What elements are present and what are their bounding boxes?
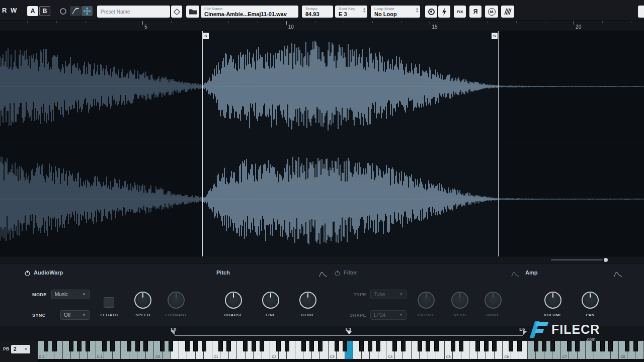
- piano-key-black[interactable]: [193, 341, 198, 351]
- root-key-marker-icon[interactable]: [347, 331, 352, 334]
- coarse-knob[interactable]: [225, 292, 242, 309]
- filter-type-dropdown[interactable]: Tube ▼: [370, 290, 407, 299]
- piano-key-black[interactable]: [309, 341, 314, 351]
- key-range-line[interactable]: [175, 335, 523, 336]
- compare-b-button[interactable]: B: [39, 6, 50, 16]
- load-file-button[interactable]: [186, 6, 199, 18]
- piano-keyboard[interactable]: C-2C-1C0C1C2C3C4C5C6C7C8: [0, 341, 644, 359]
- piano-key-black[interactable]: [110, 341, 115, 351]
- piano-key-black[interactable]: [218, 341, 223, 351]
- piano-key-black[interactable]: [550, 341, 555, 351]
- filter-shape-dropdown[interactable]: LP24 ▼: [370, 310, 407, 320]
- volume-knob[interactable]: [544, 292, 561, 309]
- piano-key-black[interactable]: [169, 341, 173, 351]
- piano-key-black[interactable]: [260, 341, 264, 351]
- key-range-left-handle[interactable]: [171, 331, 175, 335]
- formant-knob[interactable]: [168, 292, 185, 309]
- filter-power-icon[interactable]: [334, 269, 341, 279]
- zoom-slider-handle[interactable]: [604, 258, 608, 262]
- piano-key-black[interactable]: [633, 341, 638, 351]
- piano-key-black[interactable]: [77, 341, 82, 351]
- piano-key-black[interactable]: [542, 341, 546, 351]
- envelope-mode-button[interactable]: [70, 6, 81, 16]
- piano-key-black[interactable]: [102, 341, 107, 351]
- sample-end-flag[interactable]: S: [492, 33, 498, 39]
- compare-a-button[interactable]: A: [27, 6, 38, 16]
- piano-key-black[interactable]: [368, 341, 372, 351]
- piano-key-black[interactable]: [52, 341, 57, 351]
- root-key-field[interactable]: Root Key E 3 ▲▼: [335, 6, 367, 18]
- filter-envelope-icon[interactable]: [511, 270, 520, 279]
- piano-key-black[interactable]: [343, 341, 347, 351]
- piano-key-black[interactable]: [143, 341, 148, 351]
- sample-end-marker[interactable]: [498, 31, 499, 256]
- piano-key-black[interactable]: [376, 341, 380, 351]
- key-range-right-handle[interactable]: [523, 331, 527, 335]
- piano-key-black[interactable]: [226, 341, 231, 351]
- piano-key-black[interactable]: [567, 341, 572, 351]
- sample-start-flag[interactable]: S: [203, 33, 209, 39]
- piano-key-black[interactable]: [459, 341, 463, 351]
- piano-key-black[interactable]: [492, 341, 497, 351]
- quick-control-button[interactable]: [438, 6, 450, 18]
- fixed-pitch-button[interactable]: FIX: [454, 6, 466, 18]
- piano-key-black[interactable]: [285, 341, 289, 351]
- piano-key-black[interactable]: [534, 341, 538, 351]
- pan-knob[interactable]: [582, 292, 599, 309]
- piano-key-black[interactable]: [509, 341, 513, 351]
- piano-key-black[interactable]: [418, 341, 422, 351]
- mode-dropdown[interactable]: Music ▼: [51, 290, 90, 299]
- preset-name-field[interactable]: Preset Name: [97, 6, 170, 18]
- piano-key-black[interactable]: [600, 341, 605, 351]
- piano-key-black[interactable]: [335, 341, 339, 351]
- amp-envelope-icon[interactable]: [614, 270, 622, 279]
- loop-mode-spinner[interactable]: ▲▼: [416, 7, 419, 13]
- tempo-field[interactable]: Tempo 84.93: [302, 6, 333, 18]
- sample-start-marker[interactable]: [202, 31, 203, 256]
- piano-key-black[interactable]: [451, 341, 455, 351]
- piano-key-black[interactable]: [517, 341, 522, 351]
- piano-key-black[interactable]: [160, 341, 165, 351]
- piano-key-black[interactable]: [301, 341, 306, 351]
- piano-key-black[interactable]: [202, 341, 206, 351]
- piano-key-black[interactable]: [318, 341, 323, 351]
- piano-key-black[interactable]: [69, 341, 73, 351]
- piano-key-black[interactable]: [252, 341, 256, 351]
- piano-key-black[interactable]: [575, 341, 580, 351]
- record-button[interactable]: [425, 6, 437, 18]
- toolbar-overflow-button[interactable]: [638, 6, 644, 18]
- pitchbend-dropdown[interactable]: 2 ▼: [11, 345, 30, 353]
- loop-mode-field[interactable]: Loop Mode No Loop ▲▼: [371, 6, 420, 18]
- piano-key-black[interactable]: [86, 341, 90, 351]
- piano-key-black[interactable]: [434, 341, 439, 351]
- piano-key-black[interactable]: [608, 341, 613, 351]
- reverse-button[interactable]: Я: [469, 6, 481, 18]
- legato-button[interactable]: [104, 297, 114, 308]
- piano-key-black[interactable]: [392, 341, 397, 351]
- piano-key-black[interactable]: [592, 341, 596, 351]
- preset-browser-button[interactable]: [171, 6, 182, 18]
- piano-key-black[interactable]: [44, 341, 48, 351]
- fine-knob[interactable]: [262, 292, 279, 309]
- piano-key-black[interactable]: [185, 341, 190, 351]
- timeline-ruler[interactable]: 5101520: [0, 21, 644, 31]
- zoom-slider-track[interactable]: [551, 259, 603, 260]
- audiowarp-power-icon[interactable]: [24, 269, 31, 279]
- waveform-display[interactable]: S S: [0, 31, 644, 256]
- piano-key-black[interactable]: [475, 341, 480, 351]
- piano-key-black[interactable]: [127, 341, 131, 351]
- piano-key-black[interactable]: [426, 341, 430, 351]
- piano-key-black[interactable]: [625, 341, 629, 351]
- write-automation-button[interactable]: W: [11, 7, 17, 14]
- read-automation-button[interactable]: R: [2, 7, 7, 14]
- sync-dropdown[interactable]: Off ▼: [60, 310, 90, 320]
- reso-knob[interactable]: [451, 292, 468, 309]
- drive-knob[interactable]: [485, 292, 502, 309]
- piano-key-black[interactable]: [359, 341, 364, 351]
- pitch-envelope-icon[interactable]: [319, 270, 328, 279]
- mono-button[interactable]: M: [485, 6, 498, 18]
- piano-key-black[interactable]: [243, 341, 248, 351]
- cutoff-knob[interactable]: [418, 292, 435, 309]
- piano-key-black[interactable]: [276, 341, 281, 351]
- glide-knob[interactable]: [299, 292, 316, 309]
